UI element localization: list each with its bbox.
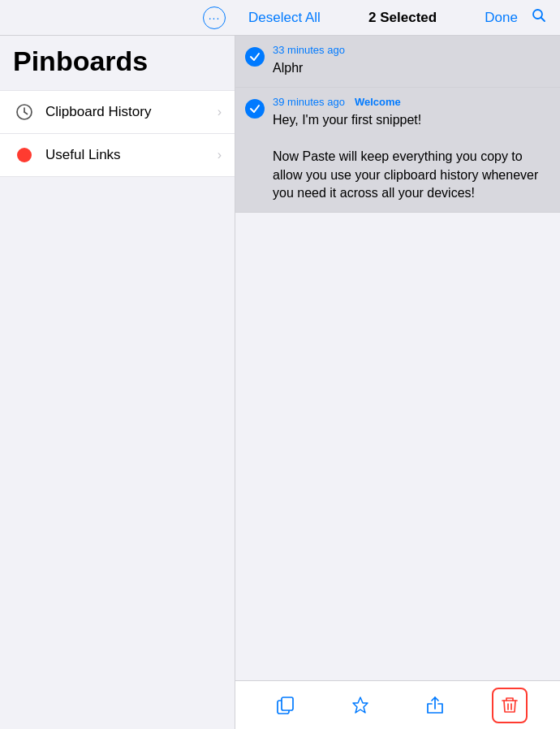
check-icon-2	[245, 99, 265, 119]
sidebar-item-clipboard-history[interactable]: Clipboard History ›	[0, 90, 235, 134]
svg-line-4	[24, 112, 28, 114]
clip-item-2[interactable]: 39 minutes ago Welcome Hey, I'm your fir…	[235, 88, 560, 213]
deselect-all-button[interactable]: Deselect All	[248, 10, 321, 26]
clip-meta-1: 33 minutes ago	[273, 44, 550, 56]
sidebar-list: Clipboard History › Useful Links ›	[0, 90, 235, 177]
main-area: Pinboards Clipboard History › Useful Lin	[0, 36, 560, 729]
more-icon[interactable]: ···	[203, 6, 226, 29]
dot-icon	[13, 144, 36, 166]
clip-text-1: Alphr	[273, 59, 550, 77]
share-button[interactable]	[417, 688, 453, 723]
clip-time-1: 33 minutes ago	[273, 44, 345, 56]
clip-content-2: 39 minutes ago Welcome Hey, I'm your fir…	[273, 96, 550, 202]
clip-time-2: 39 minutes ago	[273, 96, 345, 108]
sidebar-item-useful-links[interactable]: Useful Links ›	[0, 134, 235, 177]
clip-tag-2: Welcome	[355, 96, 401, 108]
top-bar: ··· Deselect All 2 Selected Done	[0, 0, 560, 36]
clip-text-2: Hey, I'm your first snippet!Now Paste wi…	[273, 111, 550, 202]
top-bar-center-right: Deselect All 2 Selected Done	[235, 7, 560, 28]
content-area: 33 minutes ago Alphr 39 minutes ago Welc…	[235, 36, 560, 729]
useful-links-label: Useful Links	[45, 147, 218, 163]
check-icon-1	[245, 47, 265, 67]
selected-count-label: 2 Selected	[368, 10, 437, 26]
content-list: 33 minutes ago Alphr 39 minutes ago Welc…	[235, 36, 560, 680]
chevron-right-icon: ›	[218, 105, 222, 119]
search-icon[interactable]	[531, 7, 547, 28]
done-button[interactable]: Done	[485, 10, 518, 26]
bottom-toolbar	[235, 680, 560, 729]
clip-item-1[interactable]: 33 minutes ago Alphr	[235, 36, 560, 88]
clip-meta-2: 39 minutes ago Welcome	[273, 96, 550, 108]
clipboard-history-label: Clipboard History	[45, 104, 218, 120]
copy-button[interactable]	[268, 688, 304, 723]
top-bar-left: ···	[0, 6, 235, 29]
delete-button[interactable]	[492, 688, 528, 723]
svg-line-1	[541, 18, 545, 22]
pin-button[interactable]	[342, 688, 378, 723]
sidebar-title: Pinboards	[0, 36, 235, 90]
clock-icon	[13, 101, 36, 123]
chevron-right-icon-2: ›	[218, 148, 222, 162]
svg-rect-6	[282, 697, 293, 710]
sidebar: Pinboards Clipboard History › Useful Lin	[0, 36, 235, 729]
clip-content-1: 33 minutes ago Alphr	[273, 44, 550, 77]
